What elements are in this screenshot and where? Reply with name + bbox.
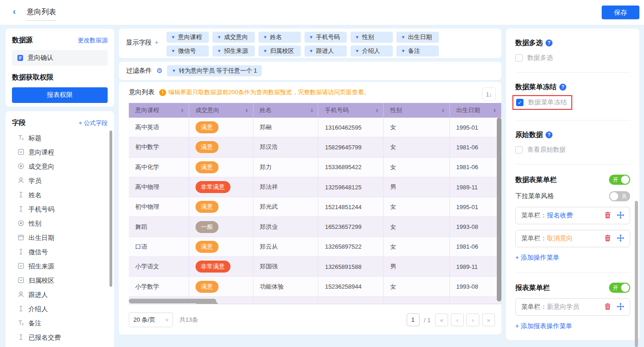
display-field-chip[interactable]: ▼跟进人 [305, 46, 347, 57]
menu-bar-item[interactable]: 菜单栏：报名收费 [515, 207, 630, 224]
add-display-field-icon[interactable]: + [155, 38, 159, 46]
sort-arrows-icon[interactable]: ▲▼ [493, 108, 496, 113]
field-item[interactable]: 手机号码 [12, 202, 108, 216]
column-header[interactable]: 姓名▲▼ [253, 103, 319, 118]
help-icon[interactable]: ? [559, 84, 566, 91]
table-cell: 13265891588 [318, 257, 384, 276]
delete-icon[interactable] [604, 234, 611, 243]
table-cell: 16523657299 [318, 217, 384, 236]
move-icon[interactable] [617, 303, 624, 312]
sort-arrows-icon[interactable]: ▲▼ [375, 108, 379, 113]
display-field-chip[interactable]: ▼性别 [351, 32, 393, 43]
field-item[interactable]: 性别 [12, 216, 108, 231]
menu-freeze-label: 数据菜单冻结 [528, 98, 567, 107]
divider [515, 272, 630, 273]
table-horizontal-scrollbar[interactable] [129, 299, 216, 303]
menu-freeze-checkbox[interactable]: ✓ [516, 99, 523, 106]
menu-freeze-title: 数据菜单冻结? [515, 83, 630, 91]
display-field-chip[interactable]: ▼备注 [397, 46, 439, 57]
table-cell: 初中数学 [129, 137, 189, 157]
column-header[interactable]: 性别▲▼ [384, 103, 450, 118]
dropdown-style-toggle[interactable]: 关 [609, 191, 630, 201]
last-page-button[interactable]: » [482, 313, 495, 326]
field-item[interactable]: 意向课程 [12, 145, 108, 159]
column-header[interactable]: 成交意向▲▼ [189, 103, 253, 118]
delete-icon[interactable] [604, 303, 611, 312]
display-field-chip[interactable]: ▼手机号码 [305, 32, 347, 43]
next-page-button[interactable]: › [466, 313, 479, 326]
text-icon [17, 248, 24, 256]
display-field-chip[interactable]: ▼介绍人 [351, 46, 393, 57]
display-field-chip[interactable]: ▼姓名 [259, 32, 301, 43]
table-cell: 13265897522 [318, 237, 384, 256]
field-item-label: 跟进人 [29, 291, 48, 299]
fields-title: 字段 [12, 119, 26, 127]
field-item[interactable]: 归属校区 [12, 273, 108, 288]
add-action-menu-link[interactable]: + 添加操作菜单 [515, 254, 630, 262]
field-item[interactable]: 学员 [12, 174, 108, 188]
table-vertical-scrollbar[interactable] [497, 118, 501, 301]
table-menu-toggle[interactable]: 开 [609, 175, 630, 185]
multi-select-checkbox[interactable] [515, 54, 523, 62]
sort-arrows-icon[interactable]: ▲▼ [181, 108, 184, 113]
datasource-item-label: 意向确认 [28, 54, 53, 62]
field-item[interactable]: 招生来源 [12, 259, 108, 273]
report-menu-toggle[interactable]: 开 [609, 283, 630, 293]
menu-bar-item[interactable]: 菜单栏：新意向学员 [515, 298, 630, 316]
settings-scrollbar[interactable] [635, 201, 638, 347]
help-icon[interactable]: ? [546, 40, 552, 46]
prev-page-button[interactable]: ‹ [451, 313, 464, 326]
field-item-label: 出生日期 [29, 234, 54, 242]
field-item[interactable]: 微信号 [12, 245, 108, 259]
field-item[interactable]: 姓名 [12, 188, 108, 202]
field-item[interactable]: 出生日期 [12, 231, 108, 245]
display-field-chip[interactable]: ▼成交意向 [213, 32, 255, 43]
field-item[interactable]: 备注 [12, 316, 108, 330]
display-field-chip[interactable]: ▼归属校区 [259, 46, 301, 57]
field-item[interactable]: 跟进人 [12, 288, 108, 302]
sort-order-icon[interactable]: 1↓ [482, 87, 496, 101]
change-datasource-link[interactable]: 更改数据源 [78, 36, 108, 45]
page-input[interactable]: 1 [407, 313, 420, 326]
help-icon[interactable]: ? [546, 131, 552, 138]
menu-bar-item[interactable]: 菜单栏：取消意向 [515, 230, 630, 247]
field-item[interactable]: 成交意向 [12, 159, 108, 174]
column-header[interactable]: 出生日期▲▼ [450, 103, 501, 118]
table-cell: 非常满意 [189, 177, 253, 197]
move-icon[interactable] [617, 211, 624, 220]
field-item[interactable]: 已报名交费 [12, 330, 108, 345]
delete-icon[interactable] [604, 211, 611, 220]
filter-gear-icon[interactable]: ⚙ [156, 67, 162, 75]
formula-field-link[interactable]: + 公式字段 [79, 119, 108, 127]
fields-scrollbar[interactable] [109, 131, 112, 287]
display-field-chip[interactable]: ▼出生日期 [397, 32, 439, 43]
sort-arrows-icon[interactable]: ▲▼ [310, 108, 313, 113]
display-field-chip[interactable]: ▼意向课程 [167, 32, 209, 43]
field-item[interactable]: 介绍人 [12, 302, 108, 316]
column-header[interactable]: 意向课程▲▼ [129, 103, 189, 118]
back-icon[interactable]: ‹ [13, 7, 16, 17]
pagination: 20 条/页 ˅ 共13条 1 / 1 « ‹ › » [129, 313, 495, 327]
move-icon[interactable] [617, 234, 624, 243]
report-permission-button[interactable]: 报表权限 [12, 87, 108, 103]
page-size-select[interactable]: 20 条/页 ˅ [129, 313, 173, 327]
raw-data-checkbox[interactable] [515, 146, 523, 154]
first-page-button[interactable]: « [435, 313, 448, 326]
sort-arrows-icon[interactable]: ▲▼ [245, 108, 248, 113]
title-icon [17, 319, 24, 328]
field-item-label: 学员 [29, 177, 41, 185]
save-button[interactable]: 保存 [602, 6, 639, 19]
table-cell: 满意 [189, 158, 253, 177]
datasource-item[interactable]: 意向确认 [12, 50, 108, 66]
display-field-chip[interactable]: ▼微信号 [167, 46, 209, 57]
add-report-menu-link[interactable]: + 添加报表操作菜单 [515, 322, 630, 330]
column-header[interactable]: 手机号码▲▼ [318, 103, 384, 118]
filter-condition-chip[interactable]: ▼转为意向学员 等于任意一个 1 [167, 65, 261, 76]
intent-badge: 一般 [196, 221, 218, 233]
sort-arrows-icon[interactable]: ▲▼ [442, 108, 445, 113]
table-cell: 13160462595 [318, 118, 384, 137]
display-field-chip[interactable]: ▼招生来源 [213, 46, 255, 57]
field-item[interactable]: 标题 [12, 131, 108, 145]
intent-badge: 满意 [196, 161, 218, 173]
multi-select-row: 数据多选 [515, 54, 630, 62]
